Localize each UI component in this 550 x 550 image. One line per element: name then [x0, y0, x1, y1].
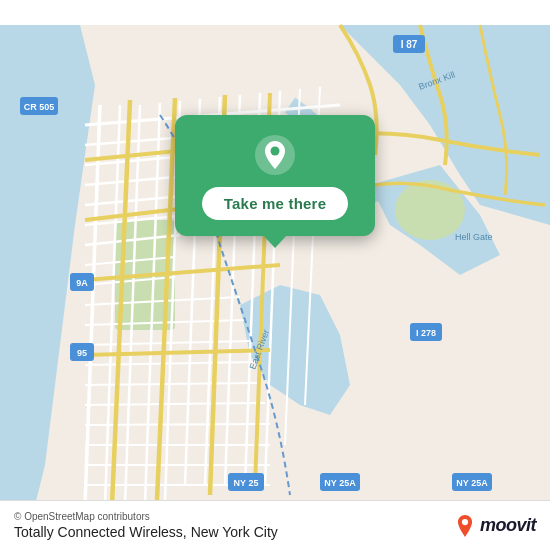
bottom-bar: © OpenStreetMap contributors Totally Con…	[0, 500, 550, 550]
location-name: Totally Connected Wireless, New York Cit…	[14, 524, 278, 540]
svg-text:9A: 9A	[76, 278, 88, 288]
moovit-pin-icon	[454, 515, 476, 537]
map-background: I 87 CR 505 I 278 NY 25 NY 25A NY 25A 9A…	[0, 0, 550, 550]
svg-text:NY 25: NY 25	[234, 478, 259, 488]
moovit-text: moovit	[480, 515, 536, 536]
popup-card: Take me there	[175, 115, 375, 236]
svg-text:I 278: I 278	[416, 328, 436, 338]
map-container: I 87 CR 505 I 278 NY 25 NY 25A NY 25A 9A…	[0, 0, 550, 550]
svg-text:I 87: I 87	[401, 39, 418, 50]
svg-point-6	[395, 180, 465, 240]
svg-text:Hell Gate: Hell Gate	[455, 232, 493, 242]
svg-text:95: 95	[77, 348, 87, 358]
osm-credit: © OpenStreetMap contributors	[14, 511, 278, 522]
moovit-logo: moovit	[454, 515, 536, 537]
svg-line-22	[85, 424, 270, 425]
svg-point-67	[271, 147, 280, 156]
svg-text:NY 25A: NY 25A	[324, 478, 356, 488]
bottom-left-info: © OpenStreetMap contributors Totally Con…	[14, 511, 278, 540]
svg-text:NY 25A: NY 25A	[456, 478, 488, 488]
take-me-there-button[interactable]: Take me there	[202, 187, 348, 220]
location-pin-icon	[253, 133, 297, 177]
svg-text:CR 505: CR 505	[24, 102, 55, 112]
svg-point-68	[462, 518, 468, 524]
